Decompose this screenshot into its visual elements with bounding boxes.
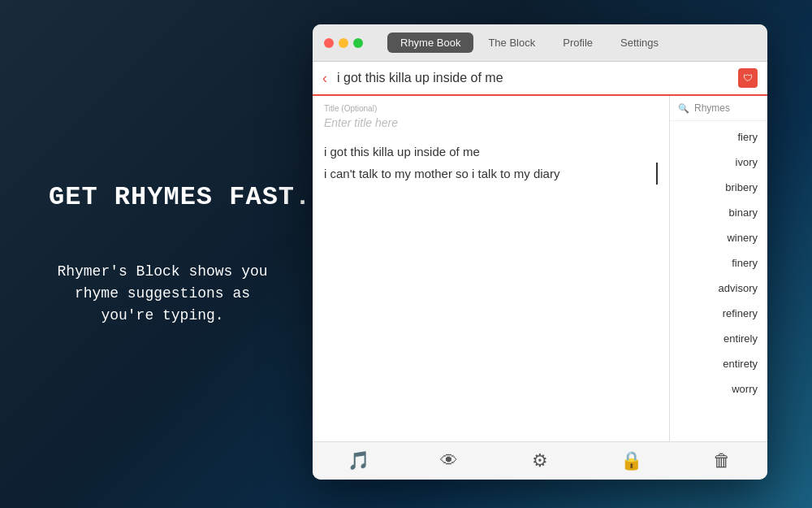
rhyme-item[interactable]: bribery	[670, 175, 767, 200]
lyric-line-1[interactable]: i got this killa up inside of me	[324, 141, 658, 163]
rhymes-header: 🔍 Rhymes	[670, 96, 767, 121]
rhyme-item[interactable]: entirely	[670, 326, 767, 351]
rhymes-search-icon: 🔍	[678, 103, 689, 114]
rhymes-title: Rhymes	[694, 102, 730, 114]
rhyme-item[interactable]: refinery	[670, 301, 767, 326]
tab-profile[interactable]: Profile	[550, 33, 606, 53]
tab-rhyme-book[interactable]: Rhyme Book	[387, 33, 473, 53]
rhyme-item[interactable]: fiery	[670, 124, 767, 150]
tab-settings[interactable]: Settings	[607, 33, 672, 53]
tab-bar: Rhyme Book The Block Profile Settings	[387, 33, 672, 53]
rhyme-item[interactable]: winery	[670, 225, 767, 250]
titlebar: Rhyme Book The Block Profile Settings	[313, 24, 767, 62]
rhyme-item[interactable]: worry	[670, 376, 767, 402]
toolbar: 🎵👁⚙🔒🗑	[313, 441, 767, 480]
close-button[interactable]	[324, 38, 334, 48]
eye-icon[interactable]: 👁	[433, 450, 465, 471]
shield-icon: 🛡	[738, 68, 758, 88]
minimize-button[interactable]	[339, 38, 348, 48]
lyric-line-2[interactable]: i can't talk to my mother so i talk to m…	[324, 163, 658, 185]
headline: GET RHYMES FAST.	[49, 182, 311, 212]
search-bar: ‹ i got this killa up inside of me 🛡	[313, 62, 767, 96]
maximize-button[interactable]	[353, 38, 363, 48]
editor-panel: Title (Optional) Enter title here i got …	[313, 96, 670, 441]
tools-icon[interactable]: ⚙	[524, 450, 556, 471]
app-window: Rhyme Book The Block Profile Settings ‹ …	[313, 24, 767, 480]
rhyme-item[interactable]: advisory	[670, 276, 767, 301]
rhyme-item[interactable]: binary	[670, 200, 767, 225]
search-query: i got this killa up inside of me	[337, 71, 738, 85]
lock-icon[interactable]: 🔒	[615, 450, 647, 471]
tab-the-block[interactable]: The Block	[475, 33, 548, 53]
title-label: Title (Optional)	[324, 104, 658, 113]
back-button[interactable]: ‹	[322, 70, 327, 87]
traffic-lights	[324, 38, 363, 48]
rhymes-list[interactable]: fieryivorybriberybinarywineryfineryadvis…	[670, 121, 767, 441]
subtext: Rhymer's Block shows you rhyme suggestio…	[49, 261, 276, 327]
content-area: Title (Optional) Enter title here i got …	[313, 96, 767, 441]
rhyme-item[interactable]: entirety	[670, 351, 767, 376]
soundcloud-icon[interactable]: 🎵	[342, 450, 374, 471]
rhymes-panel: 🔍 Rhymes fieryivorybriberybinarywineryfi…	[670, 96, 767, 441]
trash-icon[interactable]: 🗑	[706, 450, 738, 471]
title-input[interactable]: Enter title here	[324, 116, 658, 129]
rhyme-item[interactable]: ivory	[670, 150, 767, 175]
rhyme-item[interactable]: finery	[670, 250, 767, 276]
